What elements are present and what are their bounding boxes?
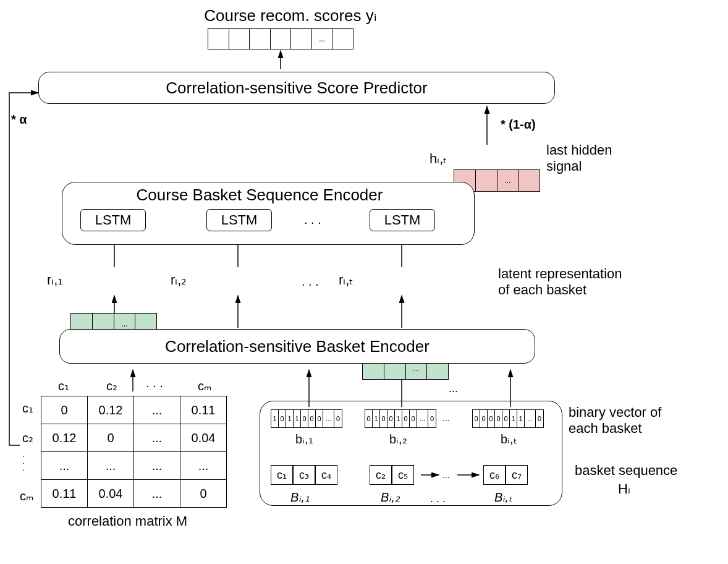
basket-3: c₆ c₇ [483, 465, 528, 485]
rt-label: rᵢ,ₜ [339, 272, 353, 288]
top-arrows-dots: ... [449, 382, 458, 395]
basket-1: c₁ c₃ c₄ [271, 465, 337, 485]
basket-side-label2: Hᵢ [618, 481, 655, 497]
bt-label: bᵢ,ₜ [501, 432, 517, 446]
corr-header-cm: cₘ [198, 378, 211, 393]
Bi1-label: Bᵢ,₁ [290, 490, 310, 505]
corr-header-c2: c₂ [106, 378, 117, 393]
lstm-dots: . . . [304, 213, 321, 227]
corr-left-c1: c₁ [22, 401, 33, 416]
latent-side-label: latent representation of each basket [498, 266, 634, 299]
B-dots: . . . [430, 492, 446, 505]
b1-label: bᵢ,₁ [295, 432, 313, 446]
corr-header-c1: c₁ [58, 378, 69, 393]
correlation-matrix: 00.12...0.11 0.120...0.04 ............ 0… [41, 396, 227, 508]
lstm-3: LSTM [370, 209, 435, 231]
corr-left-cm: cₘ [20, 489, 33, 503]
r2-label: rᵢ,₂ [171, 272, 187, 288]
hidden-side-label: last hidden signal [546, 142, 633, 175]
bvec-2: 0100100...0 [365, 409, 436, 428]
r-dots: . . . [302, 275, 319, 289]
hidden-label: hᵢ,ₜ [430, 151, 447, 167]
lstm-2: LSTM [206, 209, 272, 231]
alpha-label: * α [11, 113, 27, 127]
lstm-1: LSTM [80, 209, 146, 231]
score-predictor: Correlation-sensitive Score Predictor [38, 72, 555, 104]
corr-left-c2: c₂ [22, 430, 33, 445]
basket-encoder: Correlation-sensitive Basket Encoder [59, 329, 535, 364]
Bi2-label: Bᵢ,₂ [381, 490, 400, 505]
b2-label: bᵢ,₂ [389, 432, 407, 446]
bvec-dots: ... [442, 413, 450, 423]
output-vector: ... [208, 28, 353, 49]
binary-side-label: binary vector of each basket [569, 404, 686, 437]
sequence-encoder-title: Course Basket Sequence Encoder [80, 186, 439, 205]
basket-2: c₂ c₅ [370, 465, 414, 485]
basket-side-label1: basket sequence [575, 463, 698, 479]
corr-left-vdots: · · · [22, 453, 25, 474]
Bit-label: Bᵢ,ₜ [494, 490, 512, 505]
bvec-3: 0000011...0 [472, 409, 544, 428]
bvec-1: 1011000...0 [271, 409, 342, 428]
corr-header-dots: · · · [146, 378, 163, 393]
one-minus-alpha-label: * (1-α) [501, 118, 536, 132]
corr-caption: correlation matrix M [68, 513, 187, 529]
r1-label: rᵢ,₁ [47, 272, 63, 288]
output-title: Course recom. scores yᵢ [173, 6, 408, 25]
basket-dots: ... [442, 470, 450, 480]
